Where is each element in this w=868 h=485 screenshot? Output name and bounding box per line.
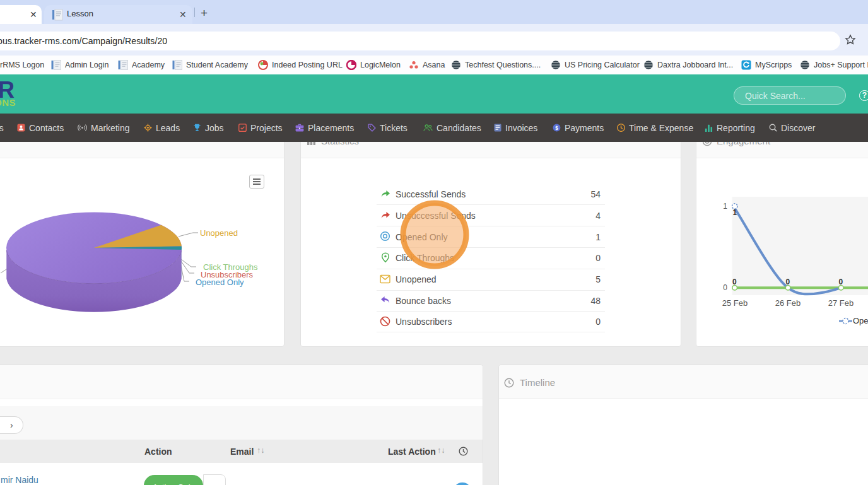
svg-text:26 Feb: 26 Feb [775, 298, 801, 308]
svg-text:$: $ [555, 126, 558, 131]
svg-text:0: 0 [786, 278, 790, 286]
svg-text:1: 1 [723, 202, 727, 211]
svg-text:0: 0 [723, 283, 727, 292]
svg-text:0: 0 [732, 278, 737, 286]
svg-text:1: 1 [733, 208, 737, 217]
svg-text:0: 0 [839, 278, 843, 286]
svg-text:Unopened: Unopened [200, 228, 238, 238]
svg-text:Opened: Opened [853, 316, 868, 325]
svg-text:27 Feb: 27 Feb [828, 298, 853, 308]
svg-text:Opened Only: Opened Only [196, 278, 244, 287]
svg-text:25 Feb: 25 Feb [722, 298, 748, 308]
